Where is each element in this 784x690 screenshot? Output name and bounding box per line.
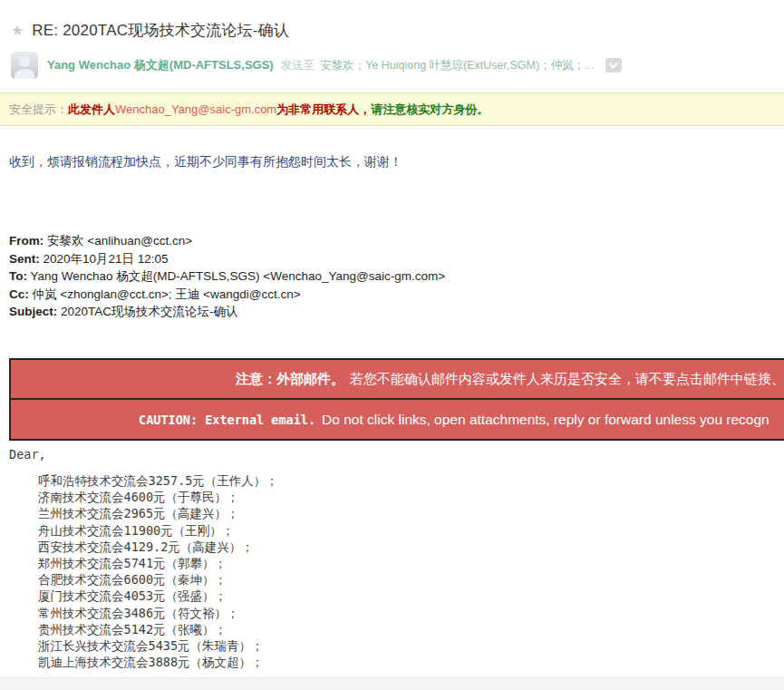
quoted-header-sent: Sent: 2020年10月21日 12:05 (9, 250, 445, 268)
expense-list-item: 凯迪上海技术交流会3888元（杨文超）； (38, 654, 278, 670)
warning-banner-english: CAUTION: External email. Do not click li… (11, 400, 784, 439)
expense-list-item: 舟山技术交流会11900元（王刚）； (38, 522, 278, 539)
security-notice-bar: 安全提示： 此发件人 Wenchao_Yang@saic-gm.com 为非常用… (0, 92, 784, 126)
recipients-list[interactable]: 安黎欢；Ye Huiqiong 叶慧琼(ExtUser,SGM)；仲岚；... (320, 58, 594, 73)
external-mail-warning: 注意：外部邮件。 若您不能确认邮件内容或发件人来历是否安全，请不要点击邮件中链接… (9, 358, 784, 441)
greeting-text: Dear, (9, 447, 46, 462)
quoted-header-to: To: Yang Wenchao 杨文超(MD-AFTSLS,SGS) <Wen… (9, 267, 445, 286)
expense-list-item: 常州技术交流会3486元（符文裕）； (38, 605, 278, 621)
favorite-star-icon[interactable]: ★ (11, 24, 24, 38)
security-notice-part3: 请注意核实对方身份。 (371, 102, 489, 118)
security-notice-part2: 为非常用联系人， (276, 102, 371, 118)
sender-row: Yang Wenchao 杨文超(MD-AFTSLS,SGS) 发送至 安黎欢；… (11, 52, 622, 79)
sender-avatar[interactable] (11, 52, 38, 79)
quoted-header-from: From: 安黎欢 <anlihuan@cct.cn> (9, 232, 445, 250)
security-notice-part1: 此发件人 (68, 102, 115, 118)
email-subject: RE: 2020TAC现场技术交流论坛-确认 (32, 20, 289, 41)
warning-banner-zh-bold: 注意：外部邮件。 (236, 371, 344, 388)
warning-banner-en-bold: CAUTION: External email. (139, 413, 315, 427)
reply-body-text: 收到，烦请报销流程加快点，近期不少同事有所抱怨时间太长，谢谢！ (9, 154, 402, 170)
quoted-headers-block: From: 安黎欢 <anlihuan@cct.cn> Sent: 2020年1… (9, 232, 445, 321)
expense-list-item: 兰州技术交流会2965元（高建兴）； (38, 505, 278, 521)
email-reading-pane: ★ RE: 2020TAC现场技术交流论坛-确认 Yang Wenchao 杨文… (0, 0, 784, 690)
subject-row: ★ RE: 2020TAC现场技术交流论坛-确认 (11, 20, 289, 41)
warning-banner-zh-text: 若您不能确认邮件内容或发件人来历是否安全，请不要点击邮件中链接、不要打 (350, 371, 784, 388)
expense-list-item: 呼和浩特技术交流会3257.5元（王作人）； (38, 472, 278, 489)
security-notice-label: 安全提示： (9, 102, 68, 118)
expense-list-item: 济南技术交流会4600元（于尊民）； (38, 489, 278, 505)
expense-list-item: 西安技术交流会4129.2元（高建兴）； (38, 539, 278, 555)
warning-banner-chinese: 注意：外部邮件。 若您不能确认邮件内容或发件人来历是否安全，请不要点击邮件中链接… (11, 360, 784, 400)
expense-list-item: 贵州技术交流会5142元（张曦）； (38, 621, 278, 637)
expand-recipients-button[interactable] (605, 58, 622, 73)
sender-name[interactable]: Yang Wenchao 杨文超(MD-AFTSLS,SGS) (47, 57, 274, 73)
expense-list-item: 厦门技术交流会4053元（强盛）； (38, 588, 278, 604)
quoted-header-cc: Cc: 仲岚 <zhonglan@cct.cn>; 王迪 <wangdi@cct… (9, 286, 445, 304)
expense-list: 呼和浩特技术交流会3257.5元（王作人）； 济南技术交流会4600元（于尊民）… (38, 472, 278, 670)
security-notice-email: Wenchao_Yang@saic-gm.com (115, 102, 276, 116)
sent-to-label: 发送至 (281, 58, 315, 73)
expense-list-item: 合肥技术交流会6600元（秦坤）； (38, 571, 278, 588)
quoted-header-subject: Subject: 2020TAC现场技术交流论坛-确认 (9, 303, 445, 321)
footer-bar (0, 677, 784, 690)
expense-list-item: 郑州技术交流会5741元（郭攀）； (38, 555, 278, 571)
chevron-down-icon (609, 60, 618, 69)
expense-list-item: 浙江长兴技术交流会5435元（朱瑞青）； (38, 637, 278, 654)
warning-banner-en-text: Do not click links, open attachments, re… (322, 412, 769, 428)
